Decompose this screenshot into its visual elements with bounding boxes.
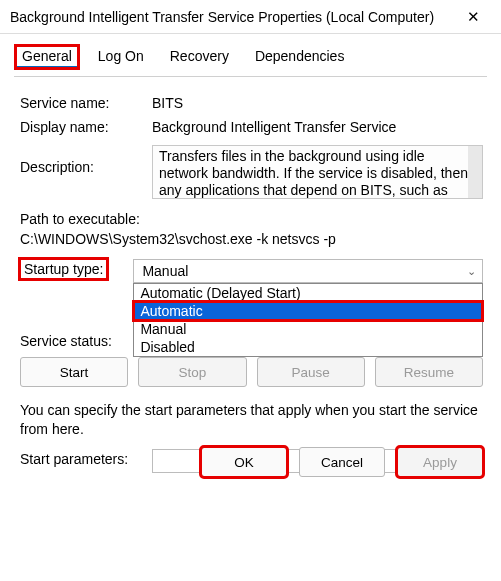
startup-type-dropdown: Automatic (Delayed Start) Automatic Manu…	[133, 283, 483, 357]
description-box[interactable]: Transfers files in the background using …	[152, 145, 483, 199]
stop-button: Stop	[138, 357, 246, 387]
titlebar: Background Intelligent Transfer Service …	[0, 0, 501, 34]
option-manual[interactable]: Manual	[134, 320, 482, 338]
label-startup-type: Startup type:	[20, 259, 107, 279]
service-control-buttons: Start Stop Pause Resume	[20, 357, 483, 387]
tab-recovery[interactable]: Recovery	[164, 46, 235, 68]
option-automatic[interactable]: Automatic	[134, 302, 482, 320]
label-service-name: Service name:	[20, 93, 152, 111]
tab-strip: General Log On Recovery Dependencies	[14, 42, 487, 77]
option-disabled[interactable]: Disabled	[134, 338, 482, 356]
dialog-footer: OK Cancel Apply	[201, 447, 483, 477]
tab-logon[interactable]: Log On	[92, 46, 150, 68]
label-service-status: Service status:	[20, 331, 152, 349]
label-path: Path to executable:	[20, 209, 483, 229]
dialog-content: General Log On Recovery Dependencies Ser…	[0, 34, 501, 491]
cancel-button[interactable]: Cancel	[299, 447, 385, 477]
tab-dependencies[interactable]: Dependencies	[249, 46, 351, 68]
value-path: C:\WINDOWS\System32\svchost.exe -k netsv…	[20, 229, 483, 249]
value-display-name: Background Intelligent Transfer Service	[152, 117, 483, 135]
label-start-params: Start parameters:	[20, 449, 152, 467]
scrollbar[interactable]	[468, 146, 482, 198]
value-service-name: BITS	[152, 93, 483, 111]
resume-button: Resume	[375, 357, 483, 387]
startup-type-select[interactable]: Manual ⌄	[133, 259, 483, 283]
general-panel: Service name: BITS Display name: Backgro…	[14, 77, 487, 473]
start-button[interactable]: Start	[20, 357, 128, 387]
label-description: Description:	[20, 145, 152, 199]
label-display-name: Display name:	[20, 117, 152, 135]
pause-button: Pause	[257, 357, 365, 387]
option-auto-delayed[interactable]: Automatic (Delayed Start)	[134, 284, 482, 302]
close-icon[interactable]: ✕	[453, 8, 493, 26]
description-text: Transfers files in the background using …	[159, 148, 468, 199]
apply-button: Apply	[397, 447, 483, 477]
startup-type-value: Manual	[142, 263, 188, 279]
start-params-note: You can specify the start parameters tha…	[20, 401, 483, 439]
chevron-down-icon: ⌄	[467, 265, 476, 278]
tab-general[interactable]: General	[16, 46, 78, 68]
window-title: Background Intelligent Transfer Service …	[10, 9, 453, 25]
ok-button[interactable]: OK	[201, 447, 287, 477]
